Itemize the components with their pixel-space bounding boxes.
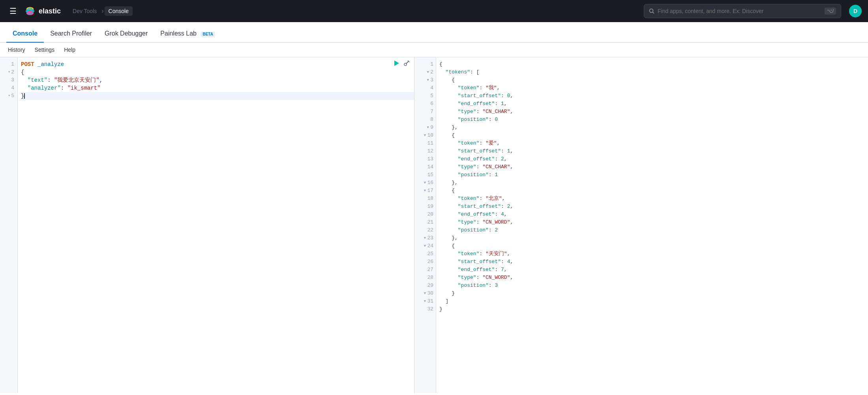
resp-line-num-23: ▾23 xyxy=(414,234,436,242)
resp-line-num-6: 6 xyxy=(414,100,436,108)
resp-line-content-27: "end_offset": 7, xyxy=(439,266,868,274)
editor-line-2: { xyxy=(21,68,414,76)
resp-line-content-9: }, xyxy=(439,124,868,132)
resp-line-num-10: ▾10 xyxy=(414,132,436,139)
resp-line-num-19: 19 xyxy=(414,203,436,211)
resp-line-content-1: { xyxy=(439,60,868,68)
resp-line-content-19: "start_offset": 2, xyxy=(439,203,868,211)
resp-line-num-13: 13 xyxy=(414,155,436,163)
resp-line-num-31: ▾31 xyxy=(414,297,436,305)
line-num-3: 3 xyxy=(0,76,17,84)
resp-line-content-25: "token": "天安门", xyxy=(439,250,868,258)
elastic-logo-text: elastic xyxy=(39,7,61,15)
resp-line-num-1: 1 xyxy=(414,60,436,68)
svg-line-8 xyxy=(406,61,409,64)
settings-button[interactable]: Settings xyxy=(33,46,56,54)
resp-line-num-17: ▾17 xyxy=(414,187,436,195)
resp-line-content-15: "position": 1 xyxy=(439,171,868,179)
resp-line-num-7: 7 xyxy=(414,108,436,116)
resp-line-content-26: "start_offset": 4, xyxy=(439,258,868,266)
resp-line-num-22: 22 xyxy=(414,226,436,234)
resp-line-content-28: "type": "CN_WORD", xyxy=(439,274,868,282)
resp-line-num-8: 8 xyxy=(414,116,436,124)
resp-line-content-17: { xyxy=(439,187,868,195)
editor-line-1: POST _analyze xyxy=(21,60,414,68)
resp-line-num-14: 14 xyxy=(414,163,436,171)
resp-line-num-25: 25 xyxy=(414,250,436,258)
run-wrench-button[interactable] xyxy=(402,59,411,69)
resp-line-content-31: ] xyxy=(439,297,868,305)
line-num-5: ▾5 xyxy=(0,92,17,100)
resp-line-content-21: "type": "CN_WORD", xyxy=(439,218,868,226)
resp-line-num-12: 12 xyxy=(414,147,436,155)
resp-line-num-5: 5 xyxy=(414,92,436,100)
tab-console[interactable]: Console xyxy=(6,25,44,43)
response-code-content: { "tokens": [ { "token": "我", "start_off… xyxy=(436,57,868,393)
line-num-4: 4 xyxy=(0,84,17,92)
resp-line-content-2: "tokens": [ xyxy=(439,68,868,76)
run-play-button[interactable] xyxy=(392,59,401,69)
resp-line-content-12: "start_offset": 1, xyxy=(439,147,868,155)
resp-line-num-32: 32 xyxy=(414,305,436,313)
global-search-input[interactable] xyxy=(658,8,821,14)
search-shortcut-badge: ⌥/ xyxy=(825,8,836,15)
resp-line-num-30: ▾30 xyxy=(414,290,436,297)
resp-line-num-20: 20 xyxy=(414,211,436,218)
line-num-2: ▾2 xyxy=(0,68,17,76)
toolbar: History Settings Help xyxy=(0,43,868,57)
code-area: 1 ▾2 3 4 ▾5 xyxy=(0,57,414,393)
svg-point-4 xyxy=(650,9,653,13)
resp-line-content-16: }, xyxy=(439,179,868,187)
editor-line-4: "analyzer": "ik_smart" xyxy=(21,84,414,92)
hamburger-button[interactable]: ☰ xyxy=(6,5,20,17)
resp-line-content-5: "start_offset": 0, xyxy=(439,92,868,100)
breadcrumb-separator: › xyxy=(101,8,103,15)
editor-code-content[interactable]: POST _analyze { "text": "我爱北京天安门", "anal… xyxy=(18,57,414,393)
resp-line-num-24: ▾24 xyxy=(414,242,436,250)
breadcrumb-area: Dev Tools › Console xyxy=(69,6,133,16)
resp-line-content-20: "end_offset": 4, xyxy=(439,211,868,218)
resp-line-num-2: ▾2 xyxy=(414,68,436,76)
resp-line-content-7: "type": "CN_CHAR", xyxy=(439,108,868,116)
svg-line-5 xyxy=(653,12,654,14)
resp-line-content-3: { xyxy=(439,76,868,84)
resp-line-content-23: }, xyxy=(439,234,868,242)
history-button[interactable]: History xyxy=(6,46,27,54)
breadcrumb-console[interactable]: Console xyxy=(105,6,133,16)
secondary-nav: Console Search Profiler Grok Debugger Pa… xyxy=(0,22,868,43)
resp-line-num-3: ▾3 xyxy=(414,76,436,84)
resp-line-num-16: ▾16 xyxy=(414,179,436,187)
resp-line-num-18: 18 xyxy=(414,195,436,203)
editor-panel: 1 ▾2 3 4 ▾5 xyxy=(0,57,414,393)
resp-line-content-32: } xyxy=(439,305,868,313)
editor-line-numbers: 1 ▾2 3 4 ▾5 xyxy=(0,57,18,393)
resp-line-content-4: "token": "我", xyxy=(439,84,868,92)
global-search-bar[interactable]: ⌥/ xyxy=(644,4,841,18)
editor-line-3: "text": "我爱北京天安门", xyxy=(21,76,414,84)
resp-line-num-29: 29 xyxy=(414,282,436,290)
resp-line-num-9: ▾9 xyxy=(414,124,436,132)
resp-line-num-27: 27 xyxy=(414,266,436,274)
top-bar: ☰ elastic Dev Tools › Console ⌥/ D xyxy=(0,0,868,22)
resp-line-num-28: 28 xyxy=(414,274,436,282)
resp-line-content-13: "end_offset": 2, xyxy=(439,155,868,163)
breadcrumb-devtools[interactable]: Dev Tools xyxy=(69,6,101,16)
resp-line-num-4: 4 xyxy=(414,84,436,92)
tab-painless-lab[interactable]: Painless Lab BETA xyxy=(154,25,221,43)
help-button[interactable]: Help xyxy=(62,46,77,54)
response-panel: 1 ▾2 ▾3 4 5 6 7 8 ▾9 ▾10 11 12 13 14 15 … xyxy=(414,57,868,393)
tab-grok-debugger[interactable]: Grok Debugger xyxy=(98,25,154,43)
resp-line-content-30: } xyxy=(439,290,868,297)
editor-cursor xyxy=(24,93,25,99)
elastic-logo: elastic xyxy=(24,6,61,17)
resp-line-content-24: { xyxy=(439,242,868,250)
run-buttons xyxy=(392,59,411,69)
user-avatar[interactable]: D xyxy=(849,5,862,17)
svg-marker-6 xyxy=(394,60,399,66)
tab-search-profiler[interactable]: Search Profiler xyxy=(44,25,98,43)
search-icon xyxy=(649,8,654,14)
resp-line-num-21: 21 xyxy=(414,218,436,226)
line-num-1: 1 xyxy=(0,60,17,68)
response-line-numbers: 1 ▾2 ▾3 4 5 6 7 8 ▾9 ▾10 11 12 13 14 15 … xyxy=(414,57,436,393)
resp-line-num-15: 15 xyxy=(414,171,436,179)
